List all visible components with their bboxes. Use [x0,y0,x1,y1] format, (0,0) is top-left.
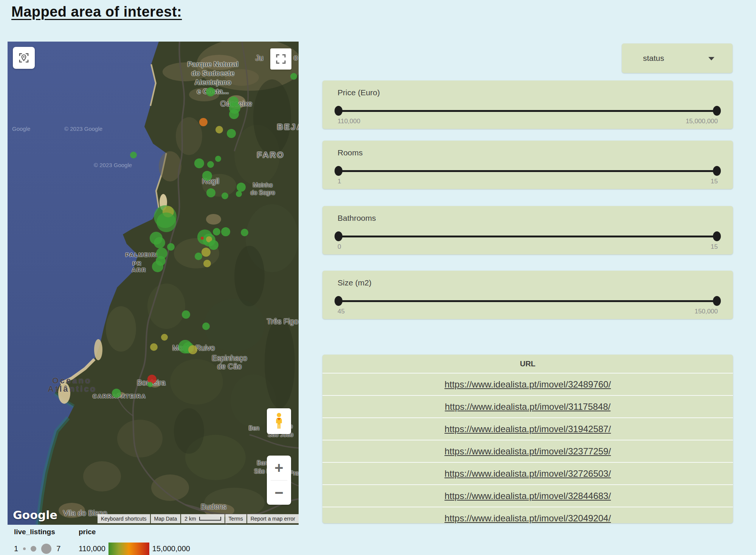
table-row: https://www.idealista.pt/imovel/32726503… [322,462,733,484]
slider-min-value: 110,000 [338,118,360,125]
slider-max-value: 150,000 [695,308,718,315]
map-watermark: © 2023 Google [64,126,102,132]
size-slider-track[interactable] [338,300,717,302]
status-dropdown-label: status [643,54,664,63]
map-place-label: FARO [257,150,284,160]
url-table: URL https://www.idealista.pt/imovel/3248… [322,355,733,523]
zoom-out-button[interactable]: − [267,481,291,505]
rooms-slider-handle-max[interactable] [713,166,721,176]
map-place-label: CARRAPATEIRA [93,393,146,399]
legend-price: price 110,000 15,000,000 [79,528,190,555]
size-slider-handle-max[interactable] [713,296,721,306]
zoom-in-button[interactable]: + [267,456,291,480]
map-place-label: Rogil [202,177,219,186]
listing-link[interactable]: https://www.idealista.pt/imovel/31175848… [445,402,610,412]
listing-link[interactable]: https://www.idealista.pt/imovel/32049204… [445,513,611,524]
attribution-terms[interactable]: Terms [225,514,246,523]
price-slider-handle-min[interactable] [335,106,342,116]
bathrooms-slider-handle-max[interactable] [713,231,721,241]
listing-link[interactable]: https://www.idealista.pt/imovel/31942587… [445,424,611,434]
listing-link[interactable]: https://www.idealista.pt/imovel/32844683… [445,491,611,501]
map-place-label: Budens [201,502,226,511]
bathrooms-slider-track[interactable] [338,236,717,237]
map-place-label: Odeceixe [220,99,253,108]
size-dot-large [41,544,51,554]
price-slider-track[interactable] [338,110,717,112]
slider-label: Price (Euro) [338,88,380,97]
table-row: https://www.idealista.pt/imovel/32049204… [322,507,733,523]
map-place-label: Monte Ruivo [172,344,215,352]
attribution-map-data[interactable]: Map Data [151,514,181,523]
url-table-body: https://www.idealista.pt/imovel/32489760… [322,373,733,523]
map-place-label: PALMEIRI [125,251,158,258]
map-place-label: Alentejano [194,78,231,87]
pegman-button[interactable] [267,408,291,434]
legend-size-min: 1 [14,544,18,553]
map-place-label: Ben [249,425,259,432]
legend-live-listings: live_listings 1 7 [14,528,60,555]
map-place-label: Ju [255,54,263,62]
listing-link[interactable]: https://www.idealista.pt/imovel/32726503… [445,468,611,479]
locate-pin-icon [17,51,30,64]
size-slider-handle-min[interactable] [335,296,342,306]
slider-min-value: 1 [338,178,341,185]
map-place-label: PR [133,260,142,267]
slider-label: Size (m2) [338,278,372,287]
pegman-icon [272,412,286,430]
map-place-label: Espinhaço [212,354,247,363]
price-gradient-bar [108,543,149,555]
map-place-label: Atlântico [48,384,97,394]
page-title: Mapped area of interest: [11,4,182,20]
attribution-report-a-map-error[interactable]: Report a map error [247,514,299,523]
slider-max-value: 15 [711,243,718,251]
url-column-header: URL [322,355,733,373]
bathrooms-filter-card: Bathrooms 0 15 [322,206,733,254]
map-watermark: Google [12,126,30,132]
table-row: https://www.idealista.pt/imovel/32489760… [322,373,733,395]
table-row: https://www.idealista.pt/imovel/31942587… [322,417,733,440]
map-scale-bar [199,517,221,521]
slider-min-value: 45 [338,308,345,315]
map-place-label: Bordeira [137,378,166,387]
table-row: https://www.idealista.pt/imovel/32377259… [322,440,733,462]
map-place-label: do Sudoeste [191,69,234,78]
bathrooms-slider-handle-min[interactable] [335,231,342,241]
rooms-slider-track[interactable] [338,170,717,172]
map-place-label: de Cão [217,362,242,371]
map-place-label: Moinho [253,182,273,189]
price-slider-handle-max[interactable] [713,106,721,116]
map-place-label: Três Figo [266,317,298,326]
attribution-keyboard-shortcuts[interactable]: Keyboard shortcuts [98,514,150,523]
status-dropdown[interactable]: status [622,43,733,73]
map-canvas[interactable]: Parque Naturaldo SudoesteAlentejanoe Cos… [8,42,299,525]
dashboard: Mapped area of interest: [0,0,756,555]
attribution-2-km[interactable]: 2 km [181,514,224,523]
fullscreen-icon [275,53,287,65]
slider-max-value: 15 [711,178,718,185]
fullscreen-button[interactable] [270,48,291,70]
listing-link[interactable]: https://www.idealista.pt/imovel/32377259… [445,446,611,457]
map-place-label: BEJA [277,122,299,132]
chevron-down-icon [708,57,714,60]
map-place-label: ARR [132,267,147,273]
slider-min-value: 0 [338,243,341,251]
map-place-label: Parque Natural [187,60,238,68]
map-watermark: © 2023 Google [94,162,132,168]
recenter-markers-button[interactable] [13,47,35,69]
rooms-slider-handle-min[interactable] [335,166,342,176]
slider-max-value: 15,000,000 [686,118,718,125]
listing-link[interactable]: https://www.idealista.pt/imovel/32489760… [445,379,611,390]
slider-label: Bathrooms [338,214,376,223]
slider-label: Rooms [338,148,363,157]
legend-size-max: 7 [56,544,60,553]
map-labels-layer: Parque Naturaldo SudoesteAlentejanoe Cos… [8,42,299,525]
legend-size-title: live_listings [14,528,60,536]
table-row: https://www.idealista.pt/imovel/31175848… [322,395,733,417]
google-logo: Google [13,508,57,522]
size-filter-card: Size (m2) 45 150,000 [322,271,733,319]
map-attribution-bar: Keyboard shortcutsMap Data2 kmTermsRepor… [98,514,299,523]
size-dot-medium [31,546,36,552]
size-dot-small [23,547,26,550]
legend-price-title: price [79,528,190,536]
zoom-control: + − [267,456,291,505]
